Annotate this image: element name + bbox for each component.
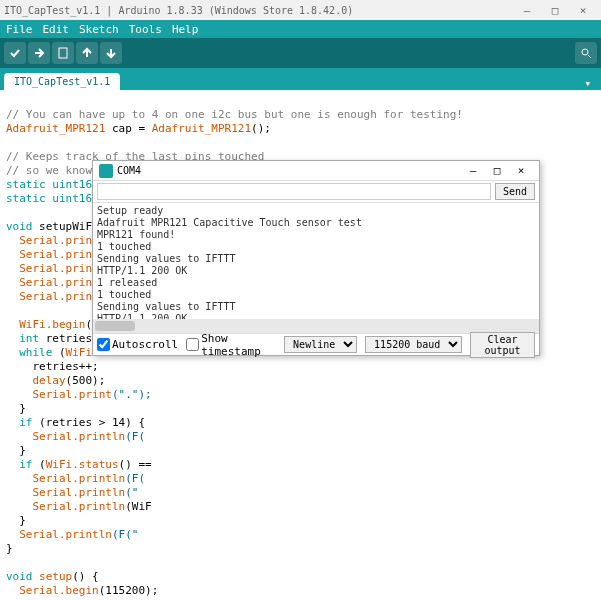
serial-titlebar[interactable]: COM4 — □ × bbox=[93, 161, 539, 181]
code-line: // You can have up to 4 on one i2c bus b… bbox=[6, 108, 463, 121]
code-line: (F( bbox=[125, 430, 145, 443]
code-line: (F( bbox=[125, 472, 145, 485]
code-line: } bbox=[6, 542, 13, 555]
tabbar: ITO_CapTest_v1.1 ▾ bbox=[0, 68, 601, 90]
code-line: .begin bbox=[46, 318, 86, 331]
svg-rect-0 bbox=[59, 48, 67, 58]
timestamp-input[interactable] bbox=[186, 338, 199, 351]
code-line: Serial bbox=[6, 472, 72, 485]
autoscroll-checkbox[interactable]: Autoscroll bbox=[97, 338, 178, 351]
menu-edit[interactable]: Edit bbox=[43, 23, 70, 36]
code-line: Serial bbox=[6, 430, 72, 443]
check-icon bbox=[9, 47, 21, 59]
code-line: ( bbox=[33, 458, 46, 471]
new-button[interactable] bbox=[52, 42, 74, 64]
code-line: ( bbox=[52, 346, 65, 359]
code-line: .println bbox=[72, 430, 125, 443]
code-line: Serial bbox=[6, 234, 59, 247]
scrollbar-thumb[interactable] bbox=[95, 321, 135, 331]
code-line: WiFi bbox=[46, 458, 73, 471]
code-line: Adafruit_MPR121 bbox=[152, 122, 251, 135]
serial-monitor-window: COM4 — □ × Send Setup ready Adafruit MPR… bbox=[92, 160, 540, 356]
code-line: void bbox=[6, 220, 33, 233]
maximize-button[interactable]: □ bbox=[541, 4, 569, 17]
code-line: Serial bbox=[6, 290, 59, 303]
close-button[interactable]: × bbox=[569, 4, 597, 17]
code-line: setup bbox=[33, 570, 73, 583]
code-line: static uint16_t bbox=[6, 192, 105, 205]
baud-select[interactable]: 115200 baud bbox=[365, 336, 462, 353]
code-line: (115200); bbox=[99, 584, 159, 597]
arrow-right-icon bbox=[33, 47, 45, 59]
code-line: .println bbox=[72, 500, 125, 513]
code-line: .println bbox=[72, 486, 125, 499]
serial-output[interactable]: Setup ready Adafruit MPR121 Capacitive T… bbox=[93, 203, 539, 319]
code-line: ("."); bbox=[112, 388, 152, 401]
code-line: Serial bbox=[6, 584, 59, 597]
arrow-down-icon bbox=[105, 47, 117, 59]
menubar: File Edit Sketch Tools Help bbox=[0, 20, 601, 38]
code-line: void bbox=[6, 570, 33, 583]
menu-tools[interactable]: Tools bbox=[129, 23, 162, 36]
code-line: Serial bbox=[6, 486, 72, 499]
code-line: if bbox=[6, 416, 33, 429]
code-line: Serial bbox=[6, 500, 72, 513]
code-line: (retries > 14) { bbox=[33, 416, 146, 429]
minimize-button[interactable]: — bbox=[513, 4, 541, 17]
autoscroll-label: Autoscroll bbox=[112, 338, 178, 351]
save-button[interactable] bbox=[100, 42, 122, 64]
code-line: Serial bbox=[6, 388, 72, 401]
code-line: static uint16_t bbox=[6, 178, 105, 191]
sketch-tab[interactable]: ITO_CapTest_v1.1 bbox=[4, 73, 120, 90]
code-line: cap = bbox=[105, 122, 151, 135]
code-line: while bbox=[6, 346, 52, 359]
line-ending-select[interactable]: Newline bbox=[284, 336, 357, 353]
code-line: (); bbox=[251, 122, 271, 135]
serial-app-icon bbox=[99, 164, 113, 178]
window-titlebar: ITO_CapTest_v1.1 | Arduino 1.8.33 (Windo… bbox=[0, 0, 601, 20]
menu-help[interactable]: Help bbox=[172, 23, 199, 36]
tab-menu-icon[interactable]: ▾ bbox=[584, 77, 591, 90]
menu-file[interactable]: File bbox=[6, 23, 33, 36]
serial-title: COM4 bbox=[117, 165, 461, 176]
code-line: .status bbox=[72, 458, 118, 471]
timestamp-label: Show timestamp bbox=[201, 332, 268, 358]
window-title: ITO_CapTest_v1.1 | Arduino 1.8.33 (Windo… bbox=[4, 5, 513, 16]
code-line: (" bbox=[125, 486, 138, 499]
verify-button[interactable] bbox=[4, 42, 26, 64]
code-line: WiFi bbox=[66, 346, 93, 359]
code-line: } bbox=[6, 514, 26, 527]
upload-button[interactable] bbox=[28, 42, 50, 64]
code-line: Serial bbox=[6, 276, 59, 289]
serial-send-button[interactable]: Send bbox=[495, 183, 535, 200]
clear-output-button[interactable]: Clear output bbox=[470, 332, 535, 358]
code-line: } bbox=[6, 402, 26, 415]
serial-input[interactable] bbox=[97, 183, 491, 200]
code-line: if bbox=[6, 458, 33, 471]
serial-close-button[interactable]: × bbox=[509, 164, 533, 177]
code-line: Serial bbox=[6, 262, 59, 275]
code-line: .print bbox=[72, 388, 112, 401]
serial-monitor-button[interactable] bbox=[575, 42, 597, 64]
code-line: } bbox=[6, 444, 26, 457]
open-button[interactable] bbox=[76, 42, 98, 64]
code-line: Serial bbox=[6, 528, 59, 541]
code-line: WiFi bbox=[6, 318, 46, 331]
serial-minimize-button[interactable]: — bbox=[461, 164, 485, 177]
svg-point-1 bbox=[582, 49, 588, 55]
code-line: delay bbox=[6, 374, 66, 387]
code-line: (F(" bbox=[112, 528, 139, 541]
autoscroll-input[interactable] bbox=[97, 338, 110, 351]
menu-sketch[interactable]: Sketch bbox=[79, 23, 119, 36]
code-line: (WiF bbox=[125, 500, 152, 513]
toolbar bbox=[0, 38, 601, 68]
code-line: retries++; bbox=[6, 360, 99, 373]
file-icon bbox=[57, 47, 69, 59]
serial-maximize-button[interactable]: □ bbox=[485, 164, 509, 177]
code-line: .println bbox=[59, 528, 112, 541]
code-line: int bbox=[6, 332, 39, 345]
serial-footer: Autoscroll Show timestamp Newline 115200… bbox=[93, 333, 539, 355]
code-line: Adafruit_MPR121 bbox=[6, 122, 105, 135]
arrow-up-icon bbox=[81, 47, 93, 59]
timestamp-checkbox[interactable]: Show timestamp bbox=[186, 332, 268, 358]
